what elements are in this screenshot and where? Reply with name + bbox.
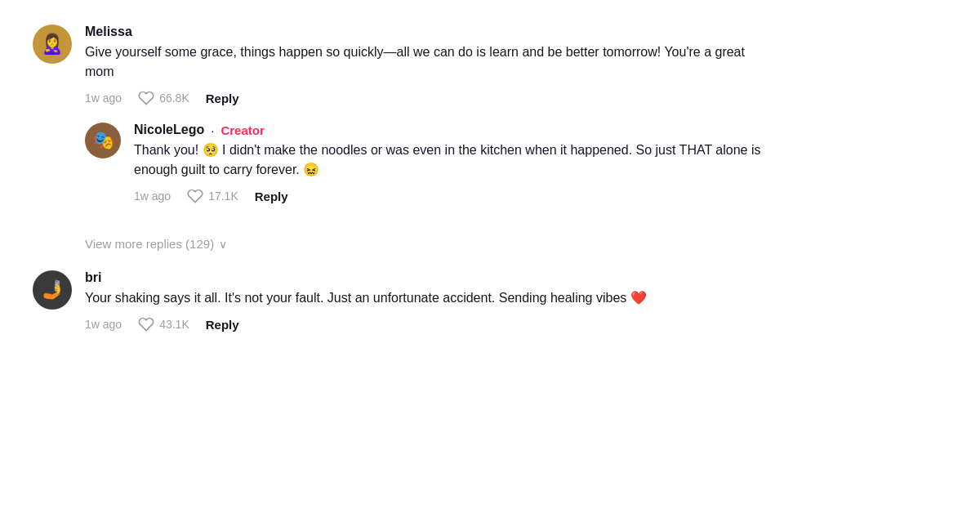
like-count-melissa: 66.8K [159,91,189,105]
reply-button-bri[interactable]: Reply [206,318,239,332]
timestamp-bri: 1w ago [85,318,122,331]
view-more-label: View more replies (129) [85,237,214,251]
comment-bri: 🤳 bri Your shaking says it all. It's not… [33,270,833,332]
reply-button-nicolelego[interactable]: Reply [255,190,288,203]
comment-header-bri: bri [85,270,833,285]
heart-icon-bri [138,316,154,332]
comment-body-melissa: Melissa Give yourself some grace, things… [85,25,833,217]
like-count-bri: 43.1K [159,318,189,331]
avatar-nicolelego: 🎭 [85,123,121,158]
like-button-nicolelego[interactable]: 17.1K [187,188,238,204]
comment-body-bri: bri Your shaking says it all. It's not y… [85,270,833,332]
view-more-replies[interactable]: View more replies (129) ∨ [85,237,833,251]
like-button-bri[interactable]: 43.1K [138,316,189,332]
comment-meta-melissa: 1w ago 66.8K Reply [85,90,833,106]
heart-icon-melissa [138,90,154,106]
comment-thread: 🙎‍♀️ Melissa Give yourself some grace, t… [33,25,833,332]
comment-meta-bri: 1w ago 43.1K Reply [85,316,833,332]
creator-badge: Creator [220,123,264,137]
comment-header-melissa: Melissa [85,25,833,39]
username-bri: bri [85,270,101,285]
comment-header-nicolelego: NicoleLego · Creator [134,123,833,137]
comment-text-bri: Your shaking says it all. It's not your … [85,288,755,308]
username-melissa: Melissa [85,25,132,39]
like-button-melissa[interactable]: 66.8K [138,90,189,106]
comment-meta-nicolelego: 1w ago 17.1K Reply [134,188,833,204]
reply-button-melissa[interactable]: Reply [206,91,239,105]
avatar-melissa: 🙎‍♀️ [33,25,72,64]
username-nicolelego: NicoleLego [134,123,204,137]
like-count-nicolelego: 17.1K [208,190,238,203]
comment-body-nicolelego: NicoleLego · Creator Thank you! 🥺 I didn… [134,123,833,204]
comment-text-melissa: Give yourself some grace, things happen … [85,42,755,82]
avatar-bri: 🤳 [33,270,72,310]
comment-text-nicolelego: Thank you! 🥺 I didn't make the noodles o… [134,141,804,180]
comment-nicolelego: 🎭 NicoleLego · Creator Thank you! 🥺 I di… [85,123,833,204]
comment-melissa: 🙎‍♀️ Melissa Give yourself some grace, t… [33,25,833,217]
chevron-down-icon: ∨ [219,238,227,251]
timestamp-nicolelego: 1w ago [134,190,171,203]
timestamp-melissa: 1w ago [85,91,122,105]
heart-icon-nicolelego [187,188,203,204]
dot-separator: · [211,123,214,137]
